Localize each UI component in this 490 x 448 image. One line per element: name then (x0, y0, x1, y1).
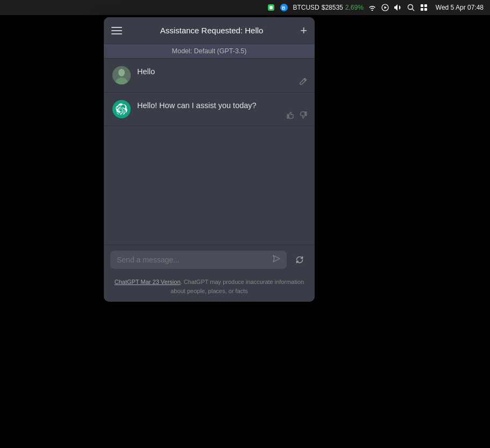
svg-rect-11 (424, 8, 427, 11)
clock: Wed 5 Apr 07:48 (436, 4, 484, 11)
send-button[interactable] (273, 255, 280, 265)
user-message-text: Hello (137, 67, 155, 76)
svg-point-6 (408, 5, 413, 10)
hamburger-menu-button[interactable] (111, 27, 123, 34)
ai-message: Hello! How can I assist you today? (104, 93, 315, 126)
hamburger-line-1 (111, 27, 122, 28)
thumbs-up-button[interactable] (287, 111, 294, 120)
svg-rect-8 (421, 4, 423, 7)
message-input[interactable] (117, 255, 269, 264)
hamburger-line-3 (111, 33, 122, 34)
message-input-wrapper[interactable] (110, 251, 287, 269)
volume-icon[interactable] (394, 3, 402, 12)
model-badge: Model: Default (GPT-3.5) (104, 44, 315, 59)
user-message: Hello (104, 59, 315, 93)
wifi-icon[interactable] (368, 3, 377, 12)
svg-marker-5 (384, 6, 387, 9)
svg-point-13 (118, 69, 125, 76)
ai-message-text: Hello! How can I assist you today? (137, 101, 257, 110)
refresh-button[interactable] (291, 251, 308, 268)
control-center-icon[interactable] (420, 3, 428, 12)
thumbs-down-button[interactable] (300, 111, 307, 120)
input-area (104, 245, 315, 274)
ai-avatar (112, 100, 131, 118)
window-title: Assistance Requested: Hello (160, 26, 264, 35)
chat-window: Assistance Requested: Hello + Model: Def… (104, 17, 315, 302)
user-avatar (112, 66, 131, 84)
chatgpt-version-link[interactable]: ChatGPT Mar 23 Version (115, 279, 181, 285)
media-play-icon[interactable] (381, 3, 389, 12)
feedback-icons (287, 111, 307, 120)
footer: ChatGPT Mar 23 Version. ChatGPT may prod… (104, 274, 315, 302)
title-bar: Assistance Requested: Hello + (104, 17, 315, 44)
svg-rect-10 (421, 8, 423, 11)
btc-price: BTCUSD $28535 2,69% (293, 4, 363, 11)
menu-bar: B BTCUSD $28535 2,69% (0, 0, 490, 15)
btc-ticker-icon: B (280, 3, 288, 12)
svg-rect-1 (269, 6, 273, 9)
svg-text:B: B (282, 5, 286, 11)
new-chat-button[interactable]: + (300, 25, 307, 37)
user-message-content: Hello (137, 66, 306, 78)
ai-message-content: Hello! How can I assist you today? (137, 100, 306, 112)
edit-message-button[interactable] (300, 77, 307, 87)
hamburger-line-2 (111, 30, 122, 31)
search-icon[interactable] (407, 3, 415, 12)
user-avatar-image (112, 66, 131, 84)
empty-chat-area (104, 126, 315, 245)
svg-line-7 (412, 9, 414, 11)
svg-rect-9 (424, 4, 427, 7)
screentime-icon[interactable] (267, 3, 275, 12)
